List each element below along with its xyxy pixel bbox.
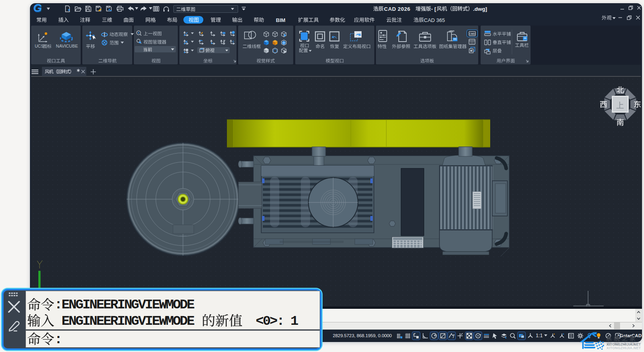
svg-text:CMD: CMD xyxy=(469,32,475,35)
